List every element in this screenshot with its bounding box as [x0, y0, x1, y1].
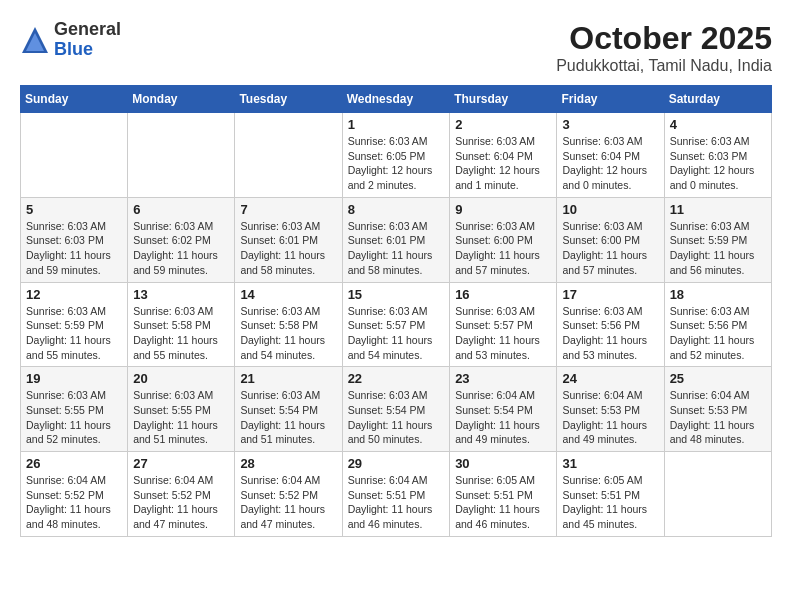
day-number: 9: [455, 202, 551, 217]
calendar-cell: 26Sunrise: 6:04 AMSunset: 5:52 PMDayligh…: [21, 452, 128, 537]
day-number: 10: [562, 202, 658, 217]
day-info: Sunrise: 6:03 AMSunset: 5:57 PMDaylight:…: [348, 304, 445, 363]
calendar-cell: 2Sunrise: 6:03 AMSunset: 6:04 PMDaylight…: [450, 113, 557, 198]
calendar-cell: 11Sunrise: 6:03 AMSunset: 5:59 PMDayligh…: [664, 197, 771, 282]
calendar-cell: 7Sunrise: 6:03 AMSunset: 6:01 PMDaylight…: [235, 197, 342, 282]
calendar-cell: 3Sunrise: 6:03 AMSunset: 6:04 PMDaylight…: [557, 113, 664, 198]
calendar-cell: 6Sunrise: 6:03 AMSunset: 6:02 PMDaylight…: [128, 197, 235, 282]
day-info: Sunrise: 6:05 AMSunset: 5:51 PMDaylight:…: [455, 473, 551, 532]
calendar-cell: 22Sunrise: 6:03 AMSunset: 5:54 PMDayligh…: [342, 367, 450, 452]
day-number: 4: [670, 117, 766, 132]
calendar-cell: 1Sunrise: 6:03 AMSunset: 6:05 PMDaylight…: [342, 113, 450, 198]
day-number: 24: [562, 371, 658, 386]
calendar-week-1: 1Sunrise: 6:03 AMSunset: 6:05 PMDaylight…: [21, 113, 772, 198]
weekday-header-saturday: Saturday: [664, 86, 771, 113]
calendar-cell: 16Sunrise: 6:03 AMSunset: 5:57 PMDayligh…: [450, 282, 557, 367]
day-info: Sunrise: 6:03 AMSunset: 6:03 PMDaylight:…: [26, 219, 122, 278]
day-info: Sunrise: 6:04 AMSunset: 5:52 PMDaylight:…: [133, 473, 229, 532]
day-info: Sunrise: 6:03 AMSunset: 5:54 PMDaylight:…: [240, 388, 336, 447]
calendar-cell: 25Sunrise: 6:04 AMSunset: 5:53 PMDayligh…: [664, 367, 771, 452]
day-info: Sunrise: 6:03 AMSunset: 6:00 PMDaylight:…: [455, 219, 551, 278]
calendar-cell: 4Sunrise: 6:03 AMSunset: 6:03 PMDaylight…: [664, 113, 771, 198]
month-title: October 2025: [556, 20, 772, 57]
calendar-cell: 28Sunrise: 6:04 AMSunset: 5:52 PMDayligh…: [235, 452, 342, 537]
calendar-cell: 20Sunrise: 6:03 AMSunset: 5:55 PMDayligh…: [128, 367, 235, 452]
day-info: Sunrise: 6:04 AMSunset: 5:53 PMDaylight:…: [670, 388, 766, 447]
day-info: Sunrise: 6:03 AMSunset: 5:58 PMDaylight:…: [133, 304, 229, 363]
day-info: Sunrise: 6:04 AMSunset: 5:54 PMDaylight:…: [455, 388, 551, 447]
calendar-cell: 9Sunrise: 6:03 AMSunset: 6:00 PMDaylight…: [450, 197, 557, 282]
day-info: Sunrise: 6:04 AMSunset: 5:53 PMDaylight:…: [562, 388, 658, 447]
day-number: 3: [562, 117, 658, 132]
day-number: 22: [348, 371, 445, 386]
day-info: Sunrise: 6:03 AMSunset: 5:56 PMDaylight:…: [562, 304, 658, 363]
day-number: 16: [455, 287, 551, 302]
calendar-cell: 24Sunrise: 6:04 AMSunset: 5:53 PMDayligh…: [557, 367, 664, 452]
day-number: 25: [670, 371, 766, 386]
logo: General Blue: [20, 20, 121, 60]
calendar-cell: 10Sunrise: 6:03 AMSunset: 6:00 PMDayligh…: [557, 197, 664, 282]
day-number: 13: [133, 287, 229, 302]
weekday-header-friday: Friday: [557, 86, 664, 113]
calendar-cell: 8Sunrise: 6:03 AMSunset: 6:01 PMDaylight…: [342, 197, 450, 282]
day-info: Sunrise: 6:03 AMSunset: 5:56 PMDaylight:…: [670, 304, 766, 363]
calendar-cell: 17Sunrise: 6:03 AMSunset: 5:56 PMDayligh…: [557, 282, 664, 367]
calendar-cell: 31Sunrise: 6:05 AMSunset: 5:51 PMDayligh…: [557, 452, 664, 537]
calendar-cell: 18Sunrise: 6:03 AMSunset: 5:56 PMDayligh…: [664, 282, 771, 367]
calendar-cell: 14Sunrise: 6:03 AMSunset: 5:58 PMDayligh…: [235, 282, 342, 367]
page-header: General Blue October 2025 Pudukkottai, T…: [20, 20, 772, 75]
day-number: 29: [348, 456, 445, 471]
day-info: Sunrise: 6:03 AMSunset: 6:04 PMDaylight:…: [455, 134, 551, 193]
calendar-cell: 13Sunrise: 6:03 AMSunset: 5:58 PMDayligh…: [128, 282, 235, 367]
day-info: Sunrise: 6:03 AMSunset: 6:05 PMDaylight:…: [348, 134, 445, 193]
day-number: 19: [26, 371, 122, 386]
day-number: 28: [240, 456, 336, 471]
day-info: Sunrise: 6:03 AMSunset: 5:58 PMDaylight:…: [240, 304, 336, 363]
calendar-table: SundayMondayTuesdayWednesdayThursdayFrid…: [20, 85, 772, 537]
calendar-cell: 27Sunrise: 6:04 AMSunset: 5:52 PMDayligh…: [128, 452, 235, 537]
calendar-cell: 15Sunrise: 6:03 AMSunset: 5:57 PMDayligh…: [342, 282, 450, 367]
calendar-cell: 19Sunrise: 6:03 AMSunset: 5:55 PMDayligh…: [21, 367, 128, 452]
day-number: 20: [133, 371, 229, 386]
day-number: 18: [670, 287, 766, 302]
calendar-week-3: 12Sunrise: 6:03 AMSunset: 5:59 PMDayligh…: [21, 282, 772, 367]
day-number: 1: [348, 117, 445, 132]
day-number: 26: [26, 456, 122, 471]
calendar-cell: 23Sunrise: 6:04 AMSunset: 5:54 PMDayligh…: [450, 367, 557, 452]
weekday-header-thursday: Thursday: [450, 86, 557, 113]
weekday-header-monday: Monday: [128, 86, 235, 113]
day-info: Sunrise: 6:04 AMSunset: 5:52 PMDaylight:…: [26, 473, 122, 532]
day-number: 7: [240, 202, 336, 217]
calendar-cell: 5Sunrise: 6:03 AMSunset: 6:03 PMDaylight…: [21, 197, 128, 282]
day-number: 11: [670, 202, 766, 217]
day-number: 31: [562, 456, 658, 471]
day-number: 30: [455, 456, 551, 471]
day-info: Sunrise: 6:03 AMSunset: 5:54 PMDaylight:…: [348, 388, 445, 447]
day-info: Sunrise: 6:04 AMSunset: 5:51 PMDaylight:…: [348, 473, 445, 532]
calendar-week-5: 26Sunrise: 6:04 AMSunset: 5:52 PMDayligh…: [21, 452, 772, 537]
day-number: 2: [455, 117, 551, 132]
calendar-cell: 21Sunrise: 6:03 AMSunset: 5:54 PMDayligh…: [235, 367, 342, 452]
day-info: Sunrise: 6:03 AMSunset: 5:59 PMDaylight:…: [670, 219, 766, 278]
day-info: Sunrise: 6:03 AMSunset: 6:01 PMDaylight:…: [240, 219, 336, 278]
logo-blue-text: Blue: [54, 40, 121, 60]
day-info: Sunrise: 6:03 AMSunset: 6:01 PMDaylight:…: [348, 219, 445, 278]
day-info: Sunrise: 6:05 AMSunset: 5:51 PMDaylight:…: [562, 473, 658, 532]
calendar-cell: [21, 113, 128, 198]
day-number: 15: [348, 287, 445, 302]
weekday-header-sunday: Sunday: [21, 86, 128, 113]
location: Pudukkottai, Tamil Nadu, India: [556, 57, 772, 75]
logo-general-text: General: [54, 20, 121, 40]
day-number: 27: [133, 456, 229, 471]
day-number: 12: [26, 287, 122, 302]
day-number: 5: [26, 202, 122, 217]
day-info: Sunrise: 6:03 AMSunset: 6:03 PMDaylight:…: [670, 134, 766, 193]
title-block: October 2025 Pudukkottai, Tamil Nadu, In…: [556, 20, 772, 75]
logo-icon: [20, 25, 50, 55]
day-number: 17: [562, 287, 658, 302]
day-info: Sunrise: 6:03 AMSunset: 6:04 PMDaylight:…: [562, 134, 658, 193]
calendar-cell: 29Sunrise: 6:04 AMSunset: 5:51 PMDayligh…: [342, 452, 450, 537]
day-info: Sunrise: 6:03 AMSunset: 6:02 PMDaylight:…: [133, 219, 229, 278]
day-number: 8: [348, 202, 445, 217]
calendar-cell: 12Sunrise: 6:03 AMSunset: 5:59 PMDayligh…: [21, 282, 128, 367]
